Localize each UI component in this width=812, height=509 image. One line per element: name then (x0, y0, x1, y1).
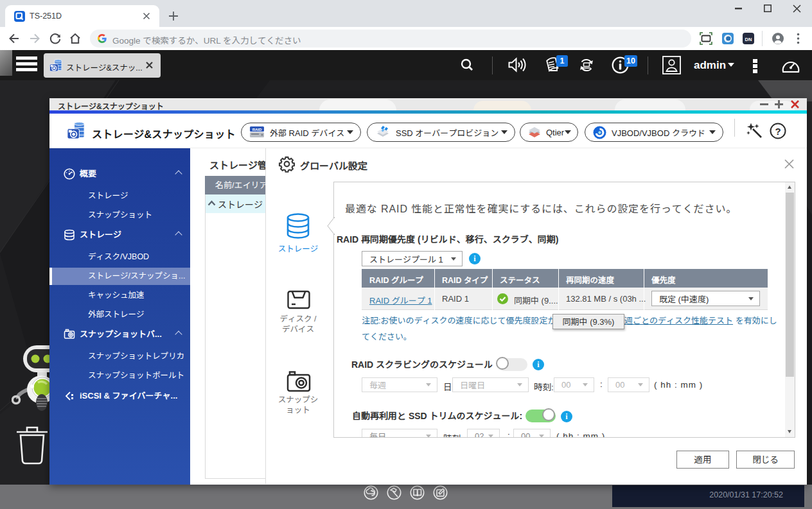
svg-text:DN: DN (745, 37, 752, 42)
svg-text:RAID: RAID (252, 128, 262, 132)
svg-text:?: ? (775, 126, 781, 137)
